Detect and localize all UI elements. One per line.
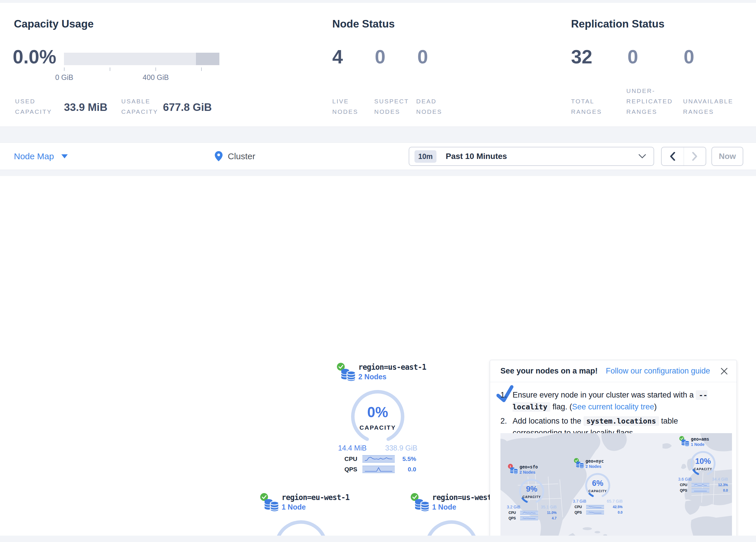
database-stack-icon bbox=[264, 497, 279, 512]
cpu-value: 12.3% bbox=[718, 483, 728, 487]
region-node-count-link[interactable]: 1 Node bbox=[432, 503, 496, 511]
cpu-label: CPU bbox=[344, 455, 362, 462]
locality-tree-link[interactable]: See current locality tree bbox=[572, 403, 654, 411]
capacity-label: CAPACITY bbox=[347, 424, 408, 431]
system-locations-code: system.locations bbox=[583, 416, 659, 426]
capacity-range: 3.7 GiB 65.7 GiB bbox=[572, 499, 623, 504]
database-stack-icon bbox=[340, 367, 356, 381]
qps-label: QPS bbox=[509, 516, 520, 520]
step-text: Add locations to the bbox=[513, 417, 583, 425]
locality-breadcrumb[interactable]: Cluster bbox=[215, 143, 255, 170]
dead-nodes-count: 0 bbox=[417, 46, 428, 68]
qps-sparkline bbox=[691, 488, 709, 493]
instruction-step-1: 1.Ensure every node in your cluster was … bbox=[500, 389, 726, 413]
step-text: ) bbox=[654, 403, 657, 411]
qps-value: 0.0 bbox=[408, 466, 416, 473]
under-replicated-ranges-label: UNDER-REPLICATED RANGES bbox=[626, 86, 681, 117]
cpu-sparkline bbox=[520, 511, 538, 515]
cpu-value: 42.5% bbox=[613, 505, 623, 509]
region-card-us-west-1[interactable]: region=us-west-1 1 Node 0% CAPACITY 9.6 … bbox=[407, 493, 496, 542]
view-selector-label: Node Map bbox=[14, 151, 54, 161]
region-card-eu-west-1[interactable]: region=eu-west-1 1 Node 0% CAPACITY 9.9 … bbox=[256, 493, 346, 542]
locality-node-count: 1 Node bbox=[691, 442, 729, 447]
region-name: region=us-east-1 bbox=[358, 363, 423, 372]
time-range-label: Past 10 Minutes bbox=[446, 152, 507, 161]
unavailable-ranges-count: 0 bbox=[684, 46, 694, 68]
capacity-tick-label-400: 400 GiB bbox=[143, 73, 169, 82]
capacity-usage-percent: 0.0% bbox=[13, 46, 56, 68]
qps-label: QPS bbox=[344, 466, 362, 473]
usable-capacity-value: 677.8 GiB bbox=[163, 101, 212, 113]
capacity-used: 3.2 GiB bbox=[507, 505, 520, 509]
qps-metric-row: QPS 0.0 bbox=[678, 488, 729, 493]
cpu-sparkline bbox=[691, 483, 709, 487]
qps-sparkline bbox=[520, 516, 538, 520]
node-map-canvas: region=us-east-1 2 Nodes 0% CAPACITY 14.… bbox=[0, 176, 756, 536]
map-pin-icon bbox=[215, 151, 223, 161]
capacity-gauge: 6% CAPACITY bbox=[583, 473, 612, 498]
popup-header: See your nodes on a map! Follow our conf… bbox=[490, 360, 737, 382]
step-text: flag. ( bbox=[550, 403, 572, 411]
cpu-label: CPU bbox=[680, 483, 691, 487]
region-node-count-link[interactable]: 2 Nodes bbox=[358, 373, 423, 381]
live-nodes-count: 4 bbox=[332, 46, 343, 68]
configuration-guide-link[interactable]: Follow our configuration guide bbox=[606, 367, 710, 376]
locality-name: geo=nyc bbox=[586, 459, 623, 464]
capacity-label: CAPACITY bbox=[517, 495, 546, 499]
capacity-percent: 10% bbox=[689, 457, 718, 466]
database-stack-icon bbox=[681, 438, 690, 447]
capacity-used: 14.4 MiB bbox=[338, 444, 367, 452]
locality-node-count: 2 Nodes bbox=[520, 470, 557, 475]
time-range-badge: 10m bbox=[414, 150, 436, 163]
step-number: 1. bbox=[500, 389, 507, 401]
popup-title: See your nodes on a map! bbox=[500, 367, 598, 376]
region-card-us-east-1[interactable]: region=us-east-1 2 Nodes 0% CAPACITY 14.… bbox=[333, 363, 423, 473]
database-stack-icon bbox=[576, 460, 584, 469]
map-node-geo-sfo: geo=sfo 2 Nodes 9% CAPACITY 3.2 GiB 35.1 bbox=[506, 464, 557, 520]
locality-name: geo=ams bbox=[691, 437, 729, 442]
close-button[interactable] bbox=[720, 368, 728, 375]
capacity-gauge: 9% CAPACITY bbox=[517, 478, 546, 504]
cpu-label: CPU bbox=[509, 511, 520, 515]
capacity-gauge: 10% CAPACITY bbox=[689, 451, 718, 476]
step-number: 2. bbox=[500, 415, 507, 427]
cpu-metric-row: CPU 42.5% bbox=[572, 505, 623, 509]
map-toolbar: Node Map Cluster 10m Past 10 Minutes bbox=[0, 142, 756, 170]
time-pager bbox=[661, 147, 706, 166]
time-next-button[interactable] bbox=[684, 147, 706, 165]
capacity-total: 338.9 GiB bbox=[385, 444, 417, 452]
cpu-value: 11.0% bbox=[547, 511, 557, 515]
nodes-on-map-popup: See your nodes on a map! Follow our conf… bbox=[490, 360, 737, 542]
region-card-header: region=eu-west-1 1 Node bbox=[256, 493, 346, 520]
node-status-title: Node Status bbox=[332, 18, 395, 30]
step-text: Ensure every node in your cluster was st… bbox=[513, 391, 696, 399]
mini-node-header: geo=ams 1 Node bbox=[678, 437, 729, 451]
view-selector-dropdown[interactable]: Node Map bbox=[14, 143, 68, 170]
chevron-right-icon bbox=[692, 152, 697, 161]
region-node-count-link[interactable]: 1 Node bbox=[282, 503, 346, 511]
cpu-metric-row: CPU 12.3% bbox=[678, 483, 729, 487]
capacity-range: 14.4 MiB 338.9 GiB bbox=[333, 444, 423, 452]
total-ranges-count: 32 bbox=[571, 46, 592, 68]
capacity-total: 34.4 GiB bbox=[712, 477, 728, 482]
time-range-select[interactable]: 10m Past 10 Minutes bbox=[409, 147, 654, 166]
capacity-label: CAPACITY bbox=[583, 489, 612, 493]
chevron-down-icon bbox=[638, 154, 646, 159]
locality-name: geo=sfo bbox=[520, 464, 557, 470]
qps-metric-row: QPS 0.0 bbox=[333, 466, 423, 473]
chevron-left-icon bbox=[670, 152, 675, 161]
live-nodes-label: LIVE NODES bbox=[332, 96, 364, 117]
capacity-percent: 0% bbox=[347, 404, 408, 421]
qps-metric-row: QPS 4.7 bbox=[506, 516, 557, 520]
database-stack-icon bbox=[510, 466, 518, 474]
suspect-nodes-count: 0 bbox=[375, 46, 386, 68]
locality-node-count: 2 Nodes bbox=[586, 464, 623, 469]
cpu-metric-row: CPU 5.5% bbox=[333, 455, 423, 463]
mini-node-header: geo=nyc 2 Nodes bbox=[572, 459, 623, 473]
now-button[interactable]: Now bbox=[711, 147, 743, 166]
caret-down-icon bbox=[61, 154, 68, 158]
used-capacity-label: USED CAPACITY bbox=[15, 96, 58, 117]
page-bottom-strip bbox=[0, 536, 756, 542]
time-prev-button[interactable] bbox=[662, 147, 684, 165]
database-stack-icon bbox=[414, 497, 430, 512]
